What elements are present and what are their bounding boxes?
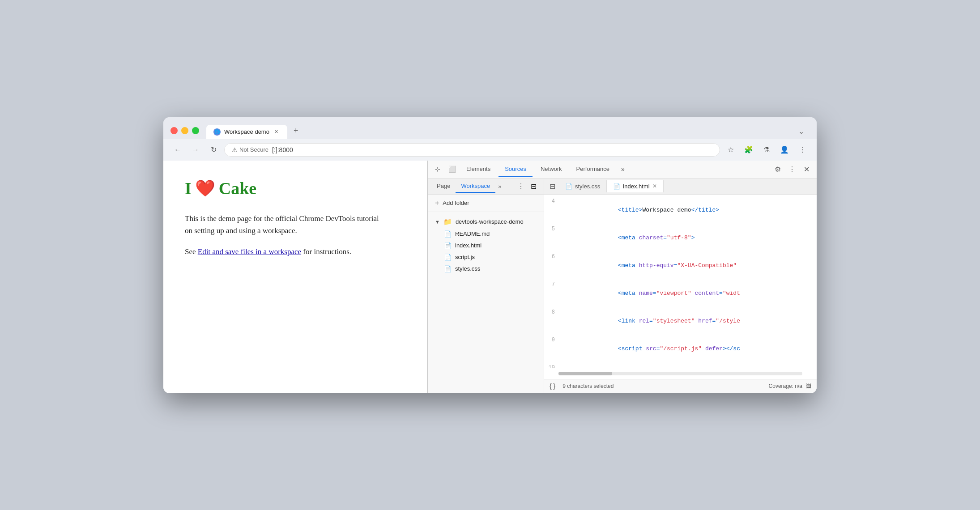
profile-button[interactable]: 👤 bbox=[777, 143, 792, 157]
sources-tabs: Page Workspace » ⋮ ⊟ bbox=[428, 178, 544, 195]
devtools-close-button[interactable]: ✕ bbox=[800, 163, 813, 175]
html-file-icon: 📄 bbox=[613, 183, 620, 190]
sources-panel: Page Workspace » ⋮ ⊟ + Add folder ▼ 📁 bbox=[428, 178, 817, 393]
file-styles-css[interactable]: 📄 styles.css bbox=[428, 263, 544, 275]
add-icon: + bbox=[435, 199, 439, 207]
tab-page[interactable]: Page bbox=[431, 180, 456, 193]
file-icon-html: 📄 bbox=[444, 242, 452, 249]
editor-tab-styles-css[interactable]: 📄 styles.css bbox=[559, 180, 607, 192]
coverage-section: Coverage: n/a 🖼 bbox=[769, 383, 811, 389]
extensions-button[interactable]: 🧩 bbox=[741, 143, 756, 157]
inspect-icon[interactable]: ⊹ bbox=[431, 163, 444, 175]
sources-kebab-button[interactable]: ⋮ bbox=[515, 179, 527, 193]
file-tree: Page Workspace » ⋮ ⊟ + Add folder ▼ 📁 bbox=[428, 178, 544, 393]
tab-sources[interactable]: Sources bbox=[499, 162, 533, 177]
fullscreen-button[interactable] bbox=[192, 127, 199, 134]
title-bar: 🌐 Workspace demo ✕ + ⌄ bbox=[163, 117, 817, 139]
tab-elements[interactable]: Elements bbox=[460, 162, 497, 177]
nav-actions: ☆ 🧩 ⚗ 👤 ⋮ bbox=[724, 143, 810, 157]
close-button[interactable] bbox=[170, 127, 178, 134]
code-line-8: 8 <link rel="stylesheet" href="/style bbox=[544, 307, 817, 335]
active-tab[interactable]: 🌐 Workspace demo ✕ bbox=[206, 125, 287, 139]
paragraph-2: See Edit and save files in a workspace f… bbox=[185, 246, 382, 258]
tab-performance[interactable]: Performance bbox=[570, 162, 616, 177]
not-secure-indicator: ⚠ Not Secure bbox=[232, 146, 268, 153]
devtools-kebab-button[interactable]: ⋮ bbox=[786, 163, 798, 175]
code-line-7: 7 <meta name="viewport" content="widt bbox=[544, 280, 817, 307]
url-text: [:]:8000 bbox=[272, 146, 293, 153]
heading-cake: Cake bbox=[219, 178, 256, 198]
add-folder-button[interactable]: + Add folder bbox=[428, 195, 544, 212]
file-index-html[interactable]: 📄 index.html bbox=[428, 240, 544, 251]
sources-toggle-button[interactable]: ⊟ bbox=[527, 179, 540, 193]
folder-tree: ▼ 📁 devtools-workspace-demo 📄 README.md … bbox=[428, 212, 544, 393]
para2-before: See bbox=[185, 247, 198, 256]
file-name-index: index.html bbox=[455, 242, 481, 249]
heart-icon: ❤️ bbox=[195, 179, 215, 198]
scrollbar-area[interactable] bbox=[544, 368, 817, 379]
nav-bar: ← → ↻ ⚠ Not Secure [:]:8000 ☆ 🧩 ⚗ 👤 ⋮ bbox=[163, 139, 817, 161]
code-line-4: 4 <title>Workspace demo</title> bbox=[544, 196, 817, 224]
devtools-panel: ⊹ ⬜ Elements Sources Network Performance… bbox=[427, 161, 817, 393]
screenshot-icon[interactable]: 🖼 bbox=[806, 383, 811, 389]
menu-button[interactable]: ⋮ bbox=[795, 143, 810, 157]
forward-button[interactable]: → bbox=[188, 143, 203, 157]
tab-close-button[interactable]: ✕ bbox=[273, 128, 280, 136]
editor-sidebar-toggle[interactable]: ⊟ bbox=[546, 179, 559, 193]
file-icon-css: 📄 bbox=[444, 265, 452, 272]
new-tab-button[interactable]: + bbox=[288, 123, 304, 139]
para2-after: for instructions. bbox=[301, 247, 351, 256]
lab-button[interactable]: ⚗ bbox=[759, 143, 774, 157]
page-heading: I ❤️ Cake bbox=[185, 178, 405, 198]
traffic-lights bbox=[170, 127, 199, 134]
file-icon-md: 📄 bbox=[444, 230, 452, 238]
file-name-readme: README.md bbox=[455, 230, 490, 237]
code-content[interactable]: 4 <title>Workspace demo</title> 5 <meta … bbox=[544, 195, 817, 368]
devtools-toolbar: ⊹ ⬜ Elements Sources Network Performance… bbox=[428, 161, 817, 178]
code-editor: ⊟ 📄 styles.css 📄 index.html ✕ bbox=[544, 178, 817, 393]
content-area: I ❤️ Cake This is the demo page for the … bbox=[163, 161, 817, 393]
code-line-9: 9 <script src="/script.js" defer></sc bbox=[544, 335, 817, 363]
file-name-script: script.js bbox=[455, 254, 475, 260]
workspace-link[interactable]: Edit and save files in a workspace bbox=[198, 247, 301, 256]
add-folder-label: Add folder bbox=[443, 200, 469, 206]
back-button[interactable]: ← bbox=[170, 143, 185, 157]
reload-button[interactable]: ↻ bbox=[206, 143, 221, 157]
editor-tab-index-html[interactable]: 📄 index.html ✕ bbox=[607, 180, 663, 192]
file-icon-js: 📄 bbox=[444, 254, 452, 261]
devtools-settings-button[interactable]: ⚙ bbox=[771, 163, 784, 175]
file-script-js[interactable]: 📄 script.js bbox=[428, 251, 544, 263]
browser-window: 🌐 Workspace demo ✕ + ⌄ ← → ↻ ⚠ Not Secur… bbox=[163, 117, 817, 393]
folder-icon: 📁 bbox=[443, 218, 452, 226]
editor-tabs: ⊟ 📄 styles.css 📄 index.html ✕ bbox=[544, 178, 817, 195]
device-toggle-icon[interactable]: ⬜ bbox=[446, 163, 458, 175]
heading-i: I bbox=[185, 178, 192, 198]
tab-bar: 🌐 Workspace demo ✕ + ⌄ bbox=[206, 123, 810, 139]
paragraph-1: This is the demo page for the official C… bbox=[185, 212, 382, 237]
workspace-folder[interactable]: ▼ 📁 devtools-workspace-demo bbox=[428, 216, 544, 228]
address-bar[interactable]: ⚠ Not Secure [:]:8000 bbox=[224, 143, 720, 157]
sources-more-icon[interactable]: » bbox=[495, 180, 504, 192]
code-line-10: 10 </head> bbox=[544, 363, 817, 368]
horizontal-scrollbar[interactable] bbox=[558, 372, 802, 375]
tab-title: Workspace demo bbox=[224, 128, 269, 135]
more-tabs-icon[interactable]: » bbox=[618, 162, 628, 176]
bookmark-button[interactable]: ☆ bbox=[724, 143, 738, 157]
not-secure-label: Not Secure bbox=[239, 146, 268, 153]
devtools-status-bar: { } 9 characters selected Coverage: n/a … bbox=[544, 379, 817, 393]
editor-tab-close-button[interactable]: ✕ bbox=[652, 183, 657, 189]
format-icon[interactable]: { } bbox=[550, 382, 555, 390]
code-line-6: 6 <meta http-equiv="X-UA-Compatible" bbox=[544, 252, 817, 280]
warning-icon: ⚠ bbox=[232, 146, 238, 153]
folder-arrow-icon: ▼ bbox=[435, 219, 440, 225]
tab-network[interactable]: Network bbox=[534, 162, 568, 177]
tab-favicon: 🌐 bbox=[213, 128, 221, 136]
chars-selected-status: 9 characters selected bbox=[562, 383, 614, 389]
tab-workspace[interactable]: Workspace bbox=[456, 180, 495, 193]
folder-name: devtools-workspace-demo bbox=[456, 218, 524, 225]
webpage: I ❤️ Cake This is the demo page for the … bbox=[163, 161, 427, 393]
editor-tab-label-css: styles.css bbox=[575, 183, 600, 190]
tab-list-button[interactable]: ⌄ bbox=[793, 123, 810, 139]
file-readme[interactable]: 📄 README.md bbox=[428, 228, 544, 240]
minimize-button[interactable] bbox=[181, 127, 188, 134]
